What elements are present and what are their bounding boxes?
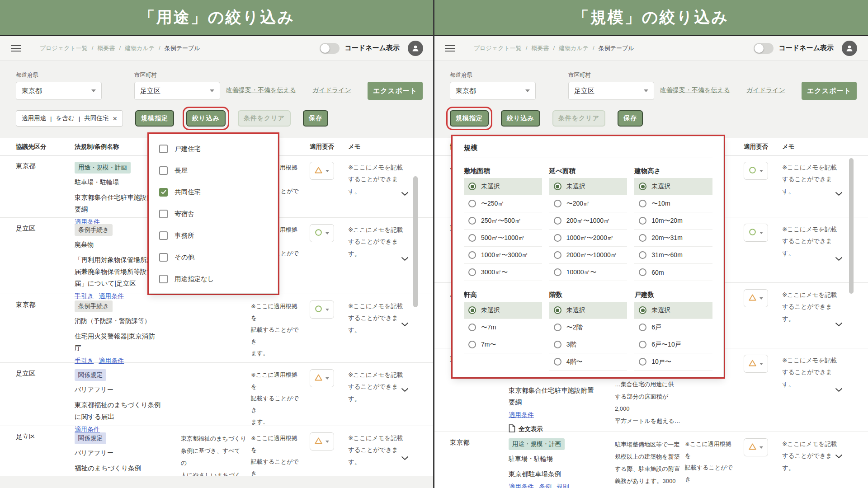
radio-selected-icon[interactable] [468, 306, 476, 314]
scale-radio-option[interactable]: 〜250㎡ [464, 195, 542, 212]
usage-option[interactable]: 寄宿舎 [149, 203, 278, 225]
scale-radio-option[interactable]: 未選択 [634, 302, 712, 319]
radio-icon[interactable] [554, 234, 561, 242]
scrollbar[interactable] [849, 158, 854, 294]
radio-icon[interactable] [639, 251, 646, 259]
radio-icon[interactable] [468, 268, 476, 276]
expand-chevron-icon[interactable] [835, 255, 843, 263]
scale-radio-option[interactable]: 20m〜31m [634, 230, 712, 247]
scale-radio-option[interactable]: 未選択 [634, 178, 712, 195]
radio-selected-icon[interactable] [554, 183, 561, 190]
table-row[interactable]: 東京都用途・規模・計画駐車場・駐輪場東京都駐車場条例適用条件条例規則全文表示駐車… [434, 432, 868, 488]
expand-chevron-icon[interactable] [401, 190, 409, 198]
guideline-link[interactable]: ガイドライン [312, 86, 351, 94]
usage-option[interactable]: 戸建住宅 [149, 138, 278, 160]
applicability-dropdown[interactable] [744, 162, 768, 180]
codename-toggle[interactable] [320, 43, 340, 54]
scale-radio-option[interactable]: 〜2階 [549, 319, 627, 336]
radio-icon[interactable] [468, 234, 476, 242]
feedback-link[interactable]: 改善提案・不備を伝える [660, 86, 730, 94]
scale-radio-option[interactable]: 1000㎡〜3000㎡ [464, 247, 542, 264]
applicability-dropdown[interactable] [310, 300, 334, 319]
scale-radio-option[interactable]: 7m〜 [464, 336, 542, 353]
usage-option[interactable]: 事務所 [149, 225, 278, 246]
checkbox-icon[interactable] [159, 231, 168, 240]
law-link[interactable]: 規則 [557, 483, 569, 488]
scale-radio-option[interactable]: 10m〜20m [634, 212, 712, 230]
radio-icon[interactable] [554, 251, 561, 259]
scale-radio-option[interactable]: 60m [634, 264, 712, 281]
applicability-dropdown[interactable] [744, 355, 768, 373]
radio-icon[interactable] [554, 324, 561, 331]
scale-radio-option[interactable]: 〜7m [464, 319, 542, 336]
radio-icon[interactable] [468, 341, 476, 348]
radio-icon[interactable] [468, 217, 476, 225]
scale-radio-option[interactable]: 3000㎡〜 [464, 264, 542, 281]
scale-radio-option[interactable]: 1000㎡〜2000㎡ [549, 230, 627, 247]
expand-chevron-icon[interactable] [401, 320, 409, 328]
expand-chevron-icon[interactable] [835, 190, 843, 198]
radio-icon[interactable] [639, 324, 646, 331]
radio-icon[interactable] [468, 324, 476, 331]
save-button[interactable]: 保存 [303, 110, 328, 127]
breadcrumb-item[interactable]: プロジェクト一覧 [474, 44, 522, 52]
export-button[interactable]: エクスポート [802, 82, 857, 100]
expand-chevron-icon[interactable] [401, 454, 409, 462]
scale-spec-button[interactable]: 規模指定 [450, 110, 489, 127]
law-link[interactable]: 条例 [539, 483, 552, 488]
radio-icon[interactable] [639, 268, 646, 276]
breadcrumb-item[interactable]: プロジェクト一覧 [40, 44, 88, 52]
prefecture-select[interactable]: 東京都 [450, 82, 536, 100]
memo-cell[interactable]: ※ここにメモを記載 することができま す。 [782, 217, 845, 282]
scale-radio-option[interactable]: 10000㎡〜 [549, 264, 627, 281]
scale-radio-option[interactable]: 2000㎡〜10000㎡ [549, 247, 627, 264]
guideline-link[interactable]: ガイドライン [746, 86, 785, 94]
law-link[interactable]: 適用条件 [509, 483, 534, 488]
applicability-dropdown[interactable] [744, 224, 768, 242]
usage-option[interactable]: 長屋 [149, 160, 278, 181]
usage-option[interactable]: 共同住宅 [149, 181, 278, 203]
close-icon[interactable]: × [113, 115, 117, 122]
city-select[interactable]: 足立区 [568, 82, 654, 100]
scale-radio-option[interactable]: 500㎡〜1000㎡ [464, 230, 542, 247]
memo-cell[interactable]: ※ここにメモを記載 することができま す。 [348, 426, 411, 476]
usage-option[interactable]: その他 [149, 246, 278, 268]
user-avatar-icon[interactable] [842, 41, 857, 56]
table-row[interactable]: 足立区関係規定バリアフリー福祉のまちづくり条例手引き適用条件全文表示東京都福祉の… [0, 426, 434, 476]
user-avatar-icon[interactable] [408, 41, 423, 56]
radio-selected-icon[interactable] [554, 306, 561, 314]
scale-radio-option[interactable]: 250㎡〜500㎡ [464, 212, 542, 230]
codename-toggle[interactable] [754, 43, 774, 54]
applicability-dropdown[interactable] [310, 432, 334, 450]
applicability-dropdown[interactable] [744, 438, 768, 456]
city-select[interactable]: 足立区 [134, 82, 220, 100]
applicability-dropdown[interactable] [744, 289, 768, 307]
expand-chevron-icon[interactable] [401, 255, 409, 263]
radio-icon[interactable] [554, 341, 561, 348]
checkbox-icon[interactable] [159, 145, 168, 153]
checkbox-icon[interactable] [159, 275, 168, 283]
memo-cell[interactable]: ※ここにメモを記載 することができま す。 [782, 155, 845, 217]
radio-icon[interactable] [468, 200, 476, 207]
applicability-dropdown[interactable] [310, 369, 334, 387]
narrow-down-button[interactable]: 絞り込み [501, 110, 540, 127]
scale-radio-option[interactable]: 未選択 [549, 302, 627, 319]
checkbox-icon[interactable] [159, 166, 168, 175]
scale-radio-option[interactable]: 未選択 [464, 178, 542, 195]
scale-radio-option[interactable]: 6戸 [634, 319, 712, 336]
save-button[interactable]: 保存 [618, 110, 643, 127]
usage-option[interactable]: 用途指定なし [149, 268, 278, 290]
expand-chevron-icon[interactable] [401, 386, 409, 394]
scale-radio-option[interactable]: 3階 [549, 336, 627, 353]
memo-cell[interactable]: ※ここにメモを記載 することができま す。 [348, 363, 411, 434]
expand-chevron-icon[interactable] [835, 320, 843, 328]
scale-radio-option[interactable]: 200㎡〜1000㎡ [549, 212, 627, 230]
radio-icon[interactable] [554, 200, 561, 207]
radio-icon[interactable] [554, 268, 561, 276]
radio-selected-icon[interactable] [468, 183, 476, 190]
memo-cell[interactable]: ※ここにメモを記載 することができま す。 [348, 294, 411, 365]
scale-radio-option[interactable]: 6戸〜10戸 [634, 336, 712, 353]
breadcrumb-item[interactable]: 建物カルテ [559, 44, 589, 52]
scale-radio-option[interactable]: 未選択 [464, 302, 542, 319]
scale-radio-option[interactable]: 10戸〜 [634, 353, 712, 371]
